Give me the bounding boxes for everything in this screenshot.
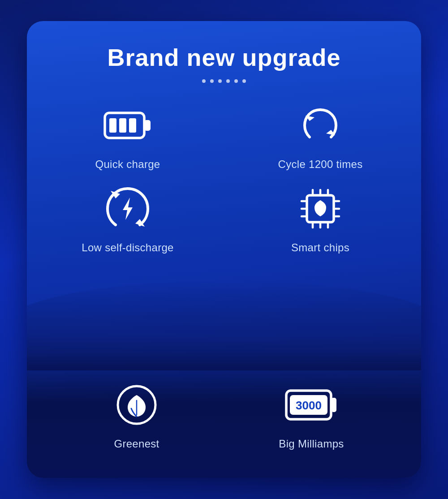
battery-full-icon [103,101,152,150]
main-card: Brand new upgrade Quic [27,21,421,478]
svg-text:3000: 3000 [296,399,322,412]
chip-icon [296,184,345,233]
cycle-icon [296,101,345,150]
dot-4 [226,79,230,83]
feature-cycle-times: Cycle 1200 times [237,101,403,171]
dot-2 [210,79,214,83]
leaf-icon [112,380,161,430]
dot-3 [218,79,222,83]
svg-rect-25 [331,398,336,412]
bottom-section: Greenest 3000 Big Milliamps [27,353,421,478]
smart-chips-label: Smart chips [291,241,349,254]
quick-charge-label: Quick charge [95,158,160,171]
features-grid: Quick charge Cycle 1200 times [45,101,403,254]
dot-6 [242,79,246,83]
dot-1 [202,79,206,83]
feature-smart-chips: Smart chips [237,184,403,254]
feature-low-self-discharge: Low self-discharge [45,184,211,254]
svg-rect-2 [109,118,116,133]
low-self-discharge-label: Low self-discharge [82,241,174,254]
svg-rect-3 [119,118,126,133]
discharge-icon [103,184,152,233]
dot-5 [234,79,238,83]
cycle-times-label: Cycle 1200 times [278,158,363,171]
greenest-label: Greenest [114,438,159,450]
feature-big-milliamps: 3000 Big Milliamps [237,380,385,450]
svg-rect-4 [129,118,136,133]
bottom-features-grid: Greenest 3000 Big Milliamps [27,380,421,450]
page-title: Brand new upgrade [107,43,340,71]
big-milliamps-label: Big Milliamps [279,438,344,450]
feature-quick-charge: Quick charge [45,101,211,171]
dots-decoration [202,79,246,83]
svg-rect-1 [144,120,151,131]
milliamps-icon: 3000 [287,380,336,430]
feature-greenest: Greenest [63,380,211,450]
